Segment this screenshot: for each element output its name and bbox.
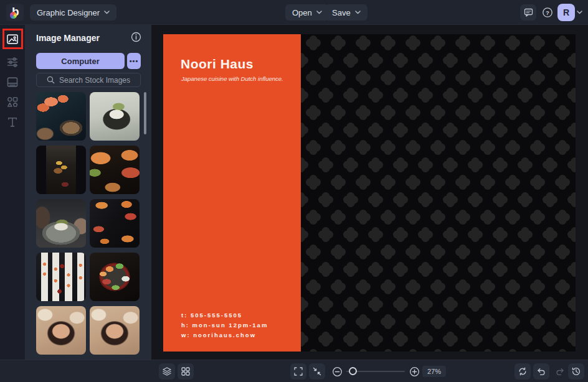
sidebar-item-templates[interactable] [5, 75, 20, 90]
reset-button[interactable] [514, 363, 531, 380]
flyer-orange-panel[interactable]: Noori Haus Japanese cuisine with Dutch i… [163, 34, 301, 352]
stock-thumbnail[interactable] [36, 199, 86, 248]
grid-icon [181, 366, 191, 376]
tool-rail [0, 25, 25, 382]
undo-button[interactable] [533, 363, 549, 380]
pages-grid-button[interactable] [178, 363, 194, 380]
reset-icon [518, 366, 528, 376]
sidebar-item-text[interactable] [5, 114, 20, 129]
account-chevron-down-icon[interactable] [577, 11, 582, 14]
search-placeholder: Search Stock Images [59, 76, 130, 85]
stock-thumbnail[interactable] [36, 253, 86, 301]
panel-scrollbar[interactable] [144, 92, 146, 134]
stock-image-search[interactable]: Search Stock Images [36, 73, 141, 87]
zoom-in-icon [409, 366, 420, 377]
sidebar-item-graphics[interactable] [5, 95, 20, 109]
stock-thumbnail[interactable] [90, 199, 140, 248]
shapes-icon [6, 96, 19, 108]
annotation-highlight [2, 29, 23, 49]
chevron-down-icon [316, 11, 322, 14]
template-icon [6, 76, 19, 88]
undo-icon [536, 366, 546, 376]
stock-thumbnail[interactable] [90, 306, 140, 355]
info-icon [131, 32, 141, 42]
chevron-down-icon [355, 11, 361, 14]
sidebar-item-edit[interactable] [5, 55, 20, 70]
quatrefoil-pattern [301, 34, 576, 352]
zoom-level-badge[interactable]: 27% [422, 366, 446, 377]
bottom-toolbar: 27% [0, 360, 588, 382]
chat-icon [524, 8, 533, 17]
open-label: Open [292, 8, 312, 17]
save-button[interactable]: Save [325, 4, 368, 21]
design-canvas[interactable]: Noori Haus Japanese cuisine with Dutch i… [163, 34, 576, 352]
text-icon [6, 116, 19, 128]
zoom-level-value: 27% [427, 368, 441, 375]
flyer-phone: t: 505-555-5505 [181, 310, 268, 320]
layers-button[interactable] [159, 363, 175, 380]
top-bar: b Graphic Designer Open Save ? [0, 0, 588, 25]
more-sources-button[interactable]: ••• [127, 53, 141, 69]
save-label: Save [332, 8, 351, 17]
help-button[interactable]: ? [539, 4, 556, 21]
stock-thumbnail[interactable] [36, 146, 86, 194]
zoom-out-icon [332, 366, 343, 377]
history-icon [571, 366, 581, 376]
fullscreen-icon [293, 366, 303, 376]
zoom-in-button[interactable] [406, 363, 422, 380]
image-manager-panel: Image Manager Computer ••• Search Stock … [25, 25, 151, 382]
redo-button[interactable] [552, 363, 568, 380]
computer-label: Computer [61, 57, 99, 66]
computer-source-button[interactable]: Computer [36, 53, 125, 69]
help-icon: ? [542, 7, 553, 18]
flyer-title[interactable]: Noori Haus [181, 57, 254, 72]
panel-title: Image Manager [36, 33, 100, 43]
canvas-workspace[interactable]: Noori Haus Japanese cuisine with Dutch i… [151, 25, 588, 360]
app-mode-label: Graphic Designer [37, 8, 100, 17]
chevron-down-icon [104, 11, 110, 14]
open-button[interactable]: Open [285, 4, 329, 21]
app-mode-menu[interactable]: Graphic Designer [30, 4, 116, 21]
app-window: b Graphic Designer Open Save ? [0, 0, 588, 382]
logo-color-wheel-icon [10, 12, 17, 19]
fullscreen-button[interactable] [290, 363, 306, 380]
stock-thumbnail[interactable] [90, 92, 140, 141]
flyer-hours: h: mon-sun 12pm-1am [181, 320, 268, 330]
stock-thumbnail[interactable] [36, 92, 86, 141]
sliders-icon [6, 56, 19, 68]
zoom-out-button[interactable] [329, 363, 345, 380]
svg-text:?: ? [546, 9, 549, 16]
fit-screen-icon [312, 366, 322, 376]
stock-thumbnail[interactable] [36, 306, 86, 355]
fit-to-screen-button[interactable] [309, 363, 325, 380]
flyer-pattern-background[interactable] [301, 34, 576, 352]
ellipsis-icon: ••• [130, 57, 139, 65]
redo-icon [555, 366, 565, 376]
befunky-logo[interactable]: b [6, 4, 24, 21]
stock-thumbnail[interactable] [90, 253, 140, 301]
user-avatar[interactable]: R [557, 4, 575, 21]
history-button[interactable] [568, 363, 584, 380]
flyer-subtitle[interactable]: Japanese cuisine with Dutch influence. [181, 75, 283, 82]
flyer-website: w: noorihaus.chow [181, 330, 268, 340]
avatar-initial: R [563, 7, 569, 17]
feedback-chat-button[interactable] [520, 4, 536, 21]
stock-thumbnail[interactable] [90, 146, 140, 194]
zoom-slider-handle[interactable] [349, 367, 357, 375]
search-icon [47, 76, 55, 84]
layers-icon [162, 366, 172, 376]
info-button[interactable] [131, 32, 141, 45]
flyer-contact-block[interactable]: t: 505-555-5505 h: mon-sun 12pm-1am w: n… [181, 310, 268, 340]
